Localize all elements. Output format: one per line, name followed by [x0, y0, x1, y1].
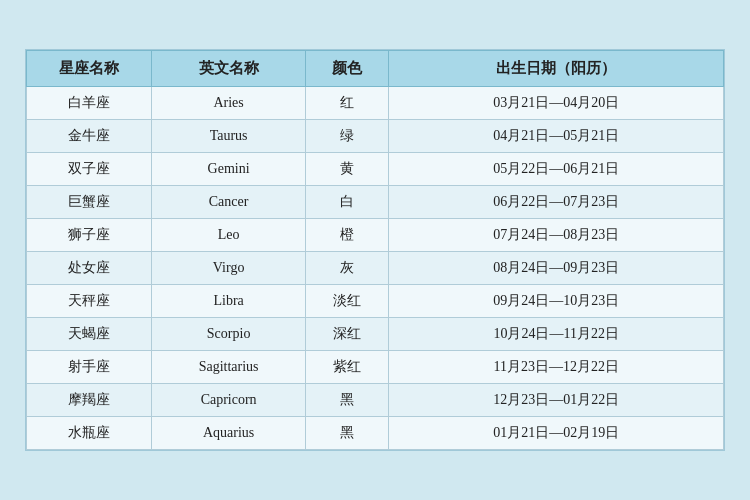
cell-date: 11月23日—12月22日 [389, 351, 724, 384]
cell-english: Aries [152, 87, 305, 120]
cell-chinese: 水瓶座 [27, 417, 152, 450]
cell-english: Capricorn [152, 384, 305, 417]
cell-color: 橙 [305, 219, 389, 252]
cell-date: 08月24日—09月23日 [389, 252, 724, 285]
table-body: 白羊座Aries红03月21日—04月20日金牛座Taurus绿04月21日—0… [27, 87, 724, 450]
table-row: 天蝎座Scorpio深红10月24日—11月22日 [27, 318, 724, 351]
cell-color: 白 [305, 186, 389, 219]
cell-color: 黑 [305, 384, 389, 417]
table-row: 白羊座Aries红03月21日—04月20日 [27, 87, 724, 120]
table-row: 摩羯座Capricorn黑12月23日—01月22日 [27, 384, 724, 417]
cell-date: 03月21日—04月20日 [389, 87, 724, 120]
cell-chinese: 狮子座 [27, 219, 152, 252]
cell-chinese: 巨蟹座 [27, 186, 152, 219]
table-header-row: 星座名称 英文名称 颜色 出生日期（阳历） [27, 51, 724, 87]
cell-english: Libra [152, 285, 305, 318]
cell-english: Scorpio [152, 318, 305, 351]
cell-chinese: 双子座 [27, 153, 152, 186]
cell-english: Gemini [152, 153, 305, 186]
cell-color: 黑 [305, 417, 389, 450]
cell-english: Sagittarius [152, 351, 305, 384]
cell-date: 01月21日—02月19日 [389, 417, 724, 450]
cell-chinese: 金牛座 [27, 120, 152, 153]
header-english: 英文名称 [152, 51, 305, 87]
cell-chinese: 白羊座 [27, 87, 152, 120]
table-row: 巨蟹座Cancer白06月22日—07月23日 [27, 186, 724, 219]
cell-chinese: 摩羯座 [27, 384, 152, 417]
cell-color: 绿 [305, 120, 389, 153]
zodiac-table: 星座名称 英文名称 颜色 出生日期（阳历） 白羊座Aries红03月21日—04… [26, 50, 724, 450]
header-chinese: 星座名称 [27, 51, 152, 87]
cell-chinese: 天蝎座 [27, 318, 152, 351]
cell-chinese: 处女座 [27, 252, 152, 285]
cell-date: 04月21日—05月21日 [389, 120, 724, 153]
cell-color: 深红 [305, 318, 389, 351]
cell-date: 07月24日—08月23日 [389, 219, 724, 252]
cell-date: 10月24日—11月22日 [389, 318, 724, 351]
cell-color: 红 [305, 87, 389, 120]
cell-color: 黄 [305, 153, 389, 186]
cell-color: 紫红 [305, 351, 389, 384]
table-row: 狮子座Leo橙07月24日—08月23日 [27, 219, 724, 252]
table-row: 双子座Gemini黄05月22日—06月21日 [27, 153, 724, 186]
cell-color: 淡红 [305, 285, 389, 318]
cell-date: 09月24日—10月23日 [389, 285, 724, 318]
table-row: 处女座Virgo灰08月24日—09月23日 [27, 252, 724, 285]
cell-date: 06月22日—07月23日 [389, 186, 724, 219]
cell-english: Virgo [152, 252, 305, 285]
cell-color: 灰 [305, 252, 389, 285]
table-row: 金牛座Taurus绿04月21日—05月21日 [27, 120, 724, 153]
cell-english: Cancer [152, 186, 305, 219]
table-row: 射手座Sagittarius紫红11月23日—12月22日 [27, 351, 724, 384]
table-row: 天秤座Libra淡红09月24日—10月23日 [27, 285, 724, 318]
cell-english: Leo [152, 219, 305, 252]
table-row: 水瓶座Aquarius黑01月21日—02月19日 [27, 417, 724, 450]
cell-date: 12月23日—01月22日 [389, 384, 724, 417]
cell-chinese: 天秤座 [27, 285, 152, 318]
cell-date: 05月22日—06月21日 [389, 153, 724, 186]
zodiac-table-container: 星座名称 英文名称 颜色 出生日期（阳历） 白羊座Aries红03月21日—04… [25, 49, 725, 451]
header-date: 出生日期（阳历） [389, 51, 724, 87]
header-color: 颜色 [305, 51, 389, 87]
cell-english: Taurus [152, 120, 305, 153]
cell-english: Aquarius [152, 417, 305, 450]
cell-chinese: 射手座 [27, 351, 152, 384]
